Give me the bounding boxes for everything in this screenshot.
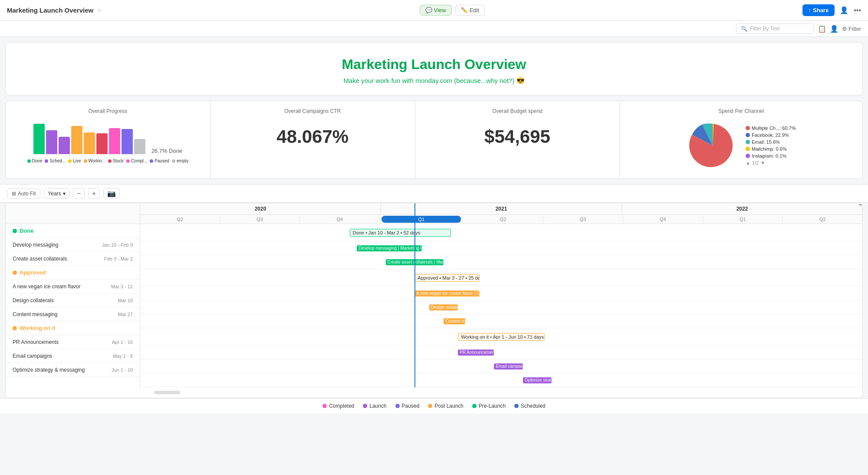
scrollbar-h-container — [6, 387, 862, 398]
bar-working1 — [71, 126, 82, 154]
bar-working2 — [84, 132, 95, 154]
legend-empty: empty — [172, 158, 188, 163]
gantt-bar-vegan: A new vegan ice cream flavor | Campaign … — [414, 290, 480, 297]
widget-budget: Overall Budget spend $54,695 — [415, 101, 620, 178]
working-dot — [13, 326, 17, 330]
filter-button[interactable]: ⚙ Filter — [842, 26, 861, 32]
top-bar-right: ↑ Share 👤 ••• — [802, 4, 861, 16]
pie-chart — [687, 119, 739, 172]
approved-dot — [13, 270, 17, 275]
top-bar-left: Marketing Launch Overview ☆ — [7, 7, 102, 14]
pre-launch-dot — [472, 404, 477, 408]
gantt-body-pr: PR Announcements | Marketing Launch Plan — [140, 346, 862, 360]
pie-legend: Multiple Ch...: 60.7% Facebook: 22.9% Em… — [746, 125, 796, 165]
bar-empty — [134, 139, 145, 154]
hero-title: Marketing Launch Overview — [13, 56, 855, 73]
group-working: Working on it — [6, 321, 140, 335]
progress-label: 26.7% Done — [151, 148, 183, 154]
bar-sched1 — [46, 130, 57, 154]
done-dot — [13, 229, 17, 233]
legend-scheduled: Scheduled — [514, 403, 546, 409]
legend-paused-bottom: Paused — [395, 403, 420, 409]
hero-subtitle: Make your work fun with monday.com (beca… — [13, 77, 855, 85]
bar-stuck — [96, 133, 108, 154]
top-bar-center: 💬 View ✏️ Edit — [420, 5, 485, 16]
gantt-row-develop: Develop messaging Jan 10 - Feb 9 — [6, 238, 140, 252]
gantt-row-design: Design collaterals Mar 10 — [6, 294, 140, 307]
legend-working: Workin... — [84, 158, 105, 163]
ctr-value: 48.067% — [276, 126, 349, 147]
gantt-left-header — [6, 203, 140, 224]
gantt-bar-emailcamp: Email campaigns | Marketing Launch Plan — [494, 363, 523, 369]
budget-value: $54,695 — [484, 126, 550, 147]
share-button[interactable]: ↑ Share — [802, 4, 835, 16]
gantt-quarter-headers: Q2 Q3 Q4 Q1 Q2 Q3 Q4 Q1 Q2 — [140, 215, 862, 224]
spend-channel-title: Spend Per Channel — [718, 108, 764, 114]
gantt-bar-pr: PR Announcements | Marketing Launch Plan — [458, 350, 494, 356]
legend-stuck: Stuck — [108, 158, 124, 163]
legend-post-launch: Post Launch — [428, 403, 464, 409]
gantt-row-content: Content messaging Mar 27 — [6, 307, 140, 321]
gantt-body-vegan: A new vegan ice cream flavor | Campaign … — [140, 287, 862, 300]
years-select[interactable]: Years ▾ — [44, 188, 69, 199]
group-approved: Approved — [6, 266, 140, 280]
edit-button[interactable]: ✏️ Edit — [455, 5, 485, 16]
page-title: Marketing Launch Overview — [7, 7, 93, 14]
gantt-year-headers: 2020 2021 2022 — [140, 203, 862, 215]
top-bar: Marketing Launch Overview ☆ 💬 View ✏️ Ed… — [0, 0, 868, 21]
gantt-working-group-bar: Working on it • Apr 1 - Jun 10 • 71 days — [458, 333, 545, 341]
gantt-body-develop: Develop messaging | Marketing Launch Pla… — [140, 241, 862, 255]
filter-bar: 🔍 Filter By Text 📋 👤 ⚙ Filter — [0, 21, 868, 37]
filter-input-container[interactable]: 🔍 Filter By Text — [736, 23, 814, 34]
bar-paused — [122, 129, 133, 154]
widget-progress: Overall Progress 26.7% Done Done Sched..… — [6, 101, 210, 178]
scrollbar-v[interactable] — [858, 203, 862, 207]
legend-compl: Compl... — [126, 158, 147, 163]
star-icon[interactable]: ☆ — [97, 7, 102, 13]
more-button[interactable]: ••• — [854, 7, 861, 14]
hero-section: Marketing Launch Overview Make your work… — [5, 42, 863, 96]
group-done: Done — [6, 224, 140, 238]
zoom-in-button[interactable]: + — [88, 188, 100, 199]
save-filter-button[interactable]: 📋 — [818, 25, 826, 33]
edit-icon: ✏️ — [461, 7, 468, 13]
gantt-right-panel: 2020 2021 2022 Q2 Q3 Q4 Q1 Q2 Q3 Q4 Q1 Q… — [140, 203, 862, 387]
scrollbar-h[interactable] — [154, 391, 180, 394]
progress-legend: Done Sched... Live Workin... Stuck Compl… — [27, 158, 189, 163]
timeline-now-line — [414, 203, 415, 387]
gantt-bar-design: Design collaterals | A new vegan ice cre… — [429, 304, 458, 310]
completed-dot — [322, 404, 327, 408]
avatar-button[interactable]: 👤 — [840, 6, 848, 14]
gantt-container: Done Develop messaging Jan 10 - Feb 9 Cr… — [5, 203, 863, 398]
user-filter-button[interactable]: 👤 — [830, 25, 838, 33]
gantt-body-create: Create asset collaterals | Marketing Lau… — [140, 255, 862, 269]
autofit-button[interactable]: ⊞ Auto Fit — [7, 188, 40, 199]
share-icon: ↑ — [809, 7, 812, 13]
q-2021-q4: Q4 — [623, 215, 703, 224]
gantt-done-group-bar: Done • Jan 10 - Mar 2 • 52 days — [350, 229, 451, 237]
pie-container: Multiple Ch...: 60.7% Facebook: 22.9% Em… — [687, 119, 796, 172]
legend-facebook: Facebook: 22.9% — [746, 132, 796, 138]
legend-launch: Launch — [363, 403, 386, 409]
legend-paused: Paused — [150, 158, 169, 163]
bar-sched2 — [59, 137, 70, 154]
gantt-row-vegan: A new vegan ice cream flavor Mar 3 - 12 — [6, 280, 140, 294]
view-button[interactable]: 💬 View — [420, 5, 452, 16]
gantt-bar-develop: Develop messaging | Marketing Launch Pla… — [357, 245, 422, 251]
bottom-legend: Completed Launch Paused Post Launch Pre-… — [0, 398, 868, 413]
widgets-row: Overall Progress 26.7% Done Done Sched..… — [5, 101, 863, 179]
pie-legend-nav: ▲1/2▼ — [746, 160, 796, 165]
search-icon: 🔍 — [741, 26, 747, 32]
gantt-body-done-group: Done • Jan 10 - Mar 2 • 52 days — [140, 224, 862, 241]
legend-instagram: Instagram: 0.1% — [746, 153, 796, 158]
legend-pre-launch: Pre-Launch — [472, 403, 506, 409]
year-2020: 2020 — [140, 203, 381, 214]
zoom-out-button[interactable]: − — [73, 188, 85, 199]
export-button[interactable]: 📷 — [103, 188, 120, 199]
gantt-body-working-group: Working on it • Apr 1 - Jun 10 • 71 days — [140, 328, 862, 346]
autofit-icon: ⊞ — [12, 191, 16, 197]
progress-bars — [33, 119, 145, 154]
legend-email: Email: 15.6% — [746, 139, 796, 145]
gantt-row-create: Create asset collaterals Feb 3 - Mar 2 — [6, 252, 140, 266]
q-2022-q2: Q2 — [783, 215, 862, 224]
